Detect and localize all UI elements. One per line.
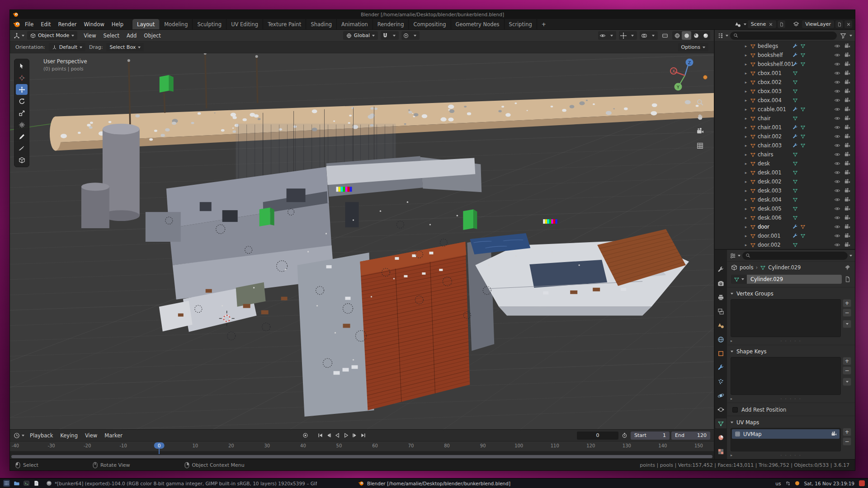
outliner-search-input[interactable] [740, 33, 834, 38]
workspace-tab-texture-paint[interactable]: Texture Paint [263, 19, 306, 29]
workspace-tab-sculpting[interactable]: Sculpting [193, 19, 226, 29]
browse-mesh-dropdown[interactable] [731, 275, 747, 284]
editor-type-button[interactable] [14, 33, 24, 39]
object-name[interactable]: bookshelf [758, 52, 783, 58]
window-titlebar[interactable]: Blender [/home/amalie/Desktop/blender/bu… [10, 10, 855, 19]
current-frame-field[interactable]: 0 [577, 432, 618, 440]
expand-icon[interactable] [744, 188, 748, 193]
expand-icon[interactable] [744, 170, 748, 175]
expand-icon[interactable] [744, 243, 748, 247]
outliner-row[interactable]: ccable.001 [715, 105, 855, 114]
jump-to-start-button[interactable] [316, 431, 325, 440]
object-name[interactable]: bedlegs [758, 43, 778, 49]
outliner-row[interactable]: chair.002 [715, 132, 855, 141]
disable-in-renders-toggle[interactable] [844, 88, 850, 94]
properties-tab-view-layer[interactable] [715, 306, 726, 316]
outliner-row[interactable]: desk.002 [715, 177, 855, 186]
menu-object[interactable]: Object [140, 30, 164, 41]
object-name[interactable]: cbox.003 [758, 88, 782, 94]
properties-tab-render[interactable] [715, 278, 726, 288]
menu-keying[interactable]: Keying [57, 430, 81, 441]
properties-tab-constraints[interactable] [715, 404, 726, 414]
show-object-types-button[interactable] [598, 31, 607, 40]
play-button[interactable] [342, 431, 350, 440]
menu-file[interactable]: File [21, 19, 37, 30]
jump-to-end-button[interactable] [359, 431, 368, 440]
new-scene-button[interactable] [778, 20, 785, 28]
overlays-dropdown[interactable] [649, 31, 658, 40]
expand-icon[interactable] [744, 216, 748, 220]
outliner-editor-button[interactable] [717, 33, 728, 39]
menu-select[interactable]: Select [100, 30, 123, 41]
object-name[interactable]: desk.004 [758, 197, 782, 203]
expand-icon[interactable] [744, 234, 748, 238]
outliner-row[interactable]: desk.001 [715, 168, 855, 177]
blender-app-menu-icon[interactable] [13, 20, 20, 28]
outliner-row[interactable]: chair.001 [715, 123, 855, 132]
fake-user-icon[interactable] [844, 276, 851, 282]
browse-scene-button[interactable] [733, 20, 742, 28]
hide-in-viewport-toggle[interactable] [834, 233, 840, 239]
disable-in-renders-toggle[interactable] [844, 151, 850, 158]
hide-in-viewport-toggle[interactable] [834, 142, 840, 149]
remove-viewlayer-button[interactable] [844, 20, 852, 28]
object-name[interactable]: chair.001 [758, 124, 782, 131]
hide-in-viewport-toggle[interactable] [834, 52, 840, 58]
object-name[interactable]: ccable.001 [758, 106, 786, 113]
outliner-row[interactable]: desk [715, 159, 855, 168]
chevron-down-icon[interactable] [744, 23, 746, 25]
object-name[interactable]: door.001 [758, 233, 781, 239]
disable-in-renders-toggle[interactable] [844, 242, 850, 248]
hide-in-viewport-toggle[interactable] [834, 70, 840, 76]
disable-in-renders-toggle[interactable] [844, 188, 850, 194]
vertex-groups-list[interactable] [731, 299, 841, 337]
taskbar-menu-icon[interactable] [3, 480, 10, 487]
orientation-dropdown[interactable]: Global [343, 31, 378, 40]
timeline-editor-button[interactable] [14, 432, 24, 439]
panel-title[interactable]: UV Maps [736, 419, 759, 426]
terminal-icon[interactable] [23, 480, 30, 487]
properties-tab-object[interactable] [715, 348, 726, 358]
expand-icon[interactable] [744, 44, 748, 48]
disable-in-renders-toggle[interactable] [844, 106, 850, 113]
remove-vertex-group-button[interactable]: − [843, 309, 851, 317]
object-name[interactable]: chair [758, 115, 771, 122]
object-name[interactable]: bookshelf.001 [758, 61, 794, 67]
panel-resize-grip[interactable] [780, 396, 802, 401]
add-vertex-group-button[interactable]: + [843, 299, 851, 307]
pin-icon[interactable] [844, 264, 851, 271]
tool-add-cube[interactable] [16, 155, 28, 165]
panel-title[interactable]: Vertex Groups [736, 291, 774, 297]
pan-hand-icon[interactable] [696, 113, 704, 121]
disable-in-renders-toggle[interactable] [844, 169, 850, 176]
expand-icon[interactable] [744, 152, 748, 157]
tool-select-box[interactable] [16, 61, 28, 71]
expand-icon[interactable] [744, 125, 748, 130]
breadcrumb-data[interactable]: Cylinder.029 [768, 264, 801, 271]
shading-rendered-button[interactable] [701, 31, 710, 40]
workspace-tab-compositing[interactable]: Compositing [409, 19, 451, 29]
files-icon[interactable] [13, 480, 20, 487]
outliner-row[interactable]: cbox.004 [715, 96, 855, 105]
panel-collapse-icon[interactable] [731, 351, 733, 352]
outliner-row[interactable]: door.002 [715, 240, 855, 249]
outliner-search[interactable] [730, 32, 837, 40]
proportional-editing-toggle[interactable] [401, 31, 410, 40]
object-name[interactable]: chair.002 [758, 133, 782, 140]
hide-in-viewport-toggle[interactable] [834, 197, 840, 203]
workspace-tab-layout[interactable]: Layout [132, 19, 160, 29]
add-workspace-button[interactable]: + [538, 21, 550, 28]
workspace-tab-geometry-nodes[interactable]: Geometry Nodes [451, 19, 505, 29]
object-name[interactable]: chairs [758, 151, 774, 158]
properties-tab-tool[interactable] [715, 264, 726, 274]
menu-marker[interactable]: Marker [101, 430, 126, 441]
tool-measure[interactable] [16, 143, 28, 154]
hide-in-viewport-toggle[interactable] [834, 242, 840, 248]
expand-icon[interactable] [744, 116, 748, 121]
outliner-row[interactable]: door [715, 222, 855, 231]
tool-cursor[interactable] [16, 72, 28, 83]
outliner-row[interactable]: chair [715, 114, 855, 123]
disable-in-renders-toggle[interactable] [844, 133, 850, 140]
remove-uv-map-button[interactable]: − [843, 437, 851, 446]
scene-name-field[interactable]: Scene [748, 20, 777, 28]
